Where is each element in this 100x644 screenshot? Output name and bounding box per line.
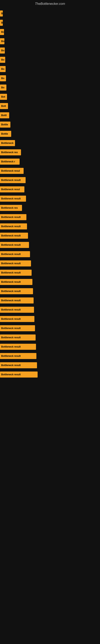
bar-label: Bottleneck result xyxy=(0,362,37,368)
bar-label: Bottleneck res xyxy=(0,149,21,155)
bar-label: Bottleneck result xyxy=(0,177,26,183)
bar-label: Bottl xyxy=(0,112,9,118)
bar-row: Bott xyxy=(0,102,100,110)
bar-label: B xyxy=(0,10,3,16)
bar-label: Bottleneck result xyxy=(0,325,35,331)
bar-label: Bottleneck result xyxy=(0,224,27,230)
bar-row: Bottleneck result xyxy=(0,195,100,202)
bar-label: Bo xyxy=(0,84,6,90)
bar-label: Bottleneck r xyxy=(0,158,20,164)
bar-row: Bottleneck result xyxy=(0,334,100,341)
bar-label: Bottleneck xyxy=(0,140,15,146)
bar-row: Bottleneck result xyxy=(0,241,100,249)
bar-row: Bo xyxy=(0,74,100,82)
bar-label: Bottleneck result xyxy=(0,298,34,304)
bar-row: Bottleneck resul xyxy=(0,167,100,175)
bar-row: Bottleneck resul xyxy=(0,186,100,193)
bar-label: Bo xyxy=(0,57,5,63)
bar-label: Bottleneck result xyxy=(0,196,26,202)
bar-label: Bo xyxy=(0,75,6,81)
bar-row: Bottleneck result xyxy=(0,278,100,286)
bar-label: Bottleneck resul xyxy=(0,168,24,174)
bar-row: Bottleneck result xyxy=(0,324,100,332)
page-container: TheBottlenecker.com BBBoBoBoBoBoBoBoBotB… xyxy=(0,0,100,644)
bar-label: Bo xyxy=(0,38,4,44)
bar-label: Bo xyxy=(0,66,6,72)
bar-row: Bottleneck result xyxy=(0,232,100,240)
bar-label: Bottleneck result xyxy=(0,288,33,294)
bar-row: Bottleneck result xyxy=(0,343,100,350)
bar-label: Bottleneck result xyxy=(0,242,29,248)
bar-row: Bottleneck xyxy=(0,139,100,147)
bar-row: Bo xyxy=(0,47,100,54)
bar-label: Bottleneck result xyxy=(0,307,34,313)
bar-row: Bo xyxy=(0,38,100,45)
bar-row: Bottleneck result xyxy=(0,260,100,267)
bar-row: B xyxy=(0,19,100,26)
bar-row: Bo xyxy=(0,65,100,73)
bar-row: Bottl xyxy=(0,112,100,119)
bar-row: Bottleneck result xyxy=(0,269,100,276)
bar-row: Bo xyxy=(0,28,100,36)
bar-row: Bo xyxy=(0,84,100,91)
bar-label: Bottle xyxy=(0,122,10,128)
bars-container: BBBoBoBoBoBoBoBoBotBottBottlBottleBottle… xyxy=(0,10,100,386)
bar-row: Bot xyxy=(0,93,100,100)
bar-label: Bott xyxy=(0,103,8,109)
bar-row: Bottleneck res xyxy=(0,148,100,156)
bar-label: Bottleneck result xyxy=(0,334,36,340)
bar-row: Bottleneck result xyxy=(0,352,100,360)
bar-row: Bottleneck result xyxy=(0,362,100,369)
bar-row: Bottleneck result xyxy=(0,213,100,221)
bar-label: Bottleneck result xyxy=(0,316,34,322)
bar-label: Bottleneck result xyxy=(0,353,36,359)
bar-label: Bot xyxy=(0,94,7,100)
bar-row: Bottleneck result xyxy=(0,297,100,304)
bar-row: Bottleneck result xyxy=(0,371,100,378)
bar-label: Bottleneck result xyxy=(0,214,26,220)
bar-label: Bottleneck result xyxy=(0,260,31,266)
bar-label: Bottleneck resul xyxy=(0,186,24,192)
bar-label: Bottleneck result xyxy=(0,344,36,350)
bar-label: B xyxy=(0,20,3,26)
bar-row: Bottleneck result xyxy=(0,222,100,230)
bar-row: Bottle xyxy=(0,130,100,138)
bar-row: Bo xyxy=(0,56,100,64)
bar-row: Bottleneck result xyxy=(0,306,100,314)
bar-label: Bo xyxy=(0,29,4,35)
bar-row: Bottleneck result xyxy=(0,288,100,295)
bar-label: Bottleneck result xyxy=(0,372,38,378)
site-title: TheBottlenecker.com xyxy=(0,0,100,10)
bar-row: B xyxy=(0,10,100,17)
bar-label: Bottleneck result xyxy=(0,251,30,257)
bar-row: Bottleneck r xyxy=(0,158,100,166)
bar-row: Bottleneck result xyxy=(0,250,100,258)
bar-row: Bottleneck result xyxy=(0,176,100,184)
bar-label: Bottle xyxy=(0,131,11,137)
bar-label: Bottleneck result xyxy=(0,279,32,285)
bar-label: Bottleneck result xyxy=(0,270,32,276)
bar-label: Bottleneck res xyxy=(0,205,22,211)
bar-row: Bottleneck result xyxy=(0,315,100,323)
bar-label: Bo xyxy=(0,48,5,54)
bar-row: Bottle xyxy=(0,121,100,128)
bar-label: Bottleneck result xyxy=(0,233,28,239)
bar-row: Bottleneck res xyxy=(0,204,100,212)
